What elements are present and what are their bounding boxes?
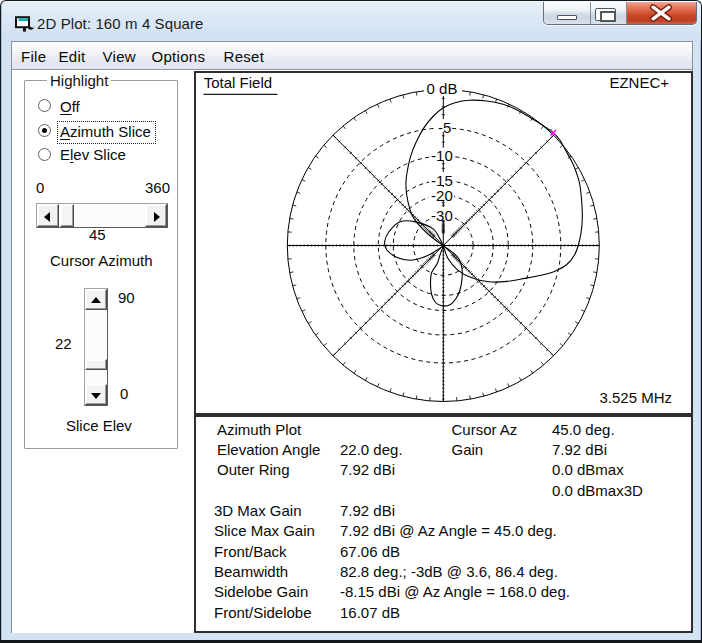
svg-text:-10: -10 [431, 147, 453, 164]
svg-text:3.525 MHz: 3.525 MHz [599, 389, 672, 406]
svg-text:0 dB: 0 dB [427, 80, 458, 97]
svg-text:-30: -30 [431, 207, 453, 224]
svg-text:-20: -20 [431, 187, 453, 204]
svg-text:EZNEC+: EZNEC+ [609, 74, 669, 91]
svg-text:Total Field: Total Field [204, 74, 272, 91]
svg-text:-5: -5 [438, 119, 451, 136]
